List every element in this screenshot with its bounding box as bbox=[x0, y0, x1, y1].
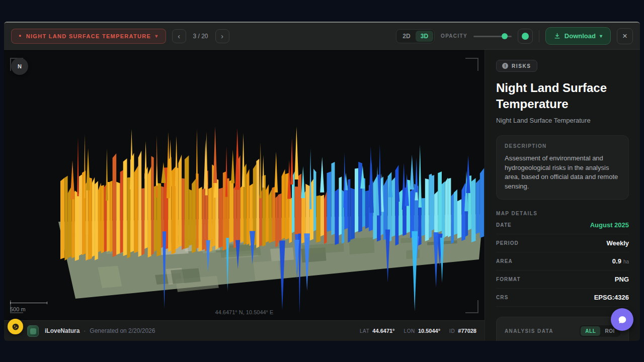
generated-timestamp: Generated on 2/20/2026 bbox=[90, 327, 155, 334]
opacity-slider-thumb[interactable] bbox=[502, 33, 508, 39]
brand-name: iLoveNatura bbox=[45, 327, 79, 334]
view-3d-button[interactable]: 3D bbox=[416, 31, 433, 42]
layer-dot-icon: ● bbox=[19, 34, 22, 38]
toolbar: ● NIGHT LAND SURFACE TEMPERATURE ▾ ‹ 3 /… bbox=[4, 23, 640, 50]
cookie-consent-button[interactable] bbox=[8, 319, 23, 334]
longitude-readout: LON 10.5044° bbox=[404, 328, 441, 334]
details-sidebar: ! RISKS Night Land Surface Temperature N… bbox=[485, 50, 640, 341]
description-heading: DESCRIPTION bbox=[505, 143, 620, 149]
download-label: Download bbox=[565, 32, 596, 40]
map-id-readout: ID #77028 bbox=[449, 328, 476, 334]
risks-badge: ! RISKS bbox=[496, 60, 537, 72]
next-layer-button[interactable]: › bbox=[215, 29, 229, 43]
view-2d-button[interactable]: 2D bbox=[397, 31, 415, 42]
layer-selector-button[interactable]: ● NIGHT LAND SURFACE TEMPERATURE ▾ bbox=[11, 29, 166, 44]
view-mode-toggle: 2D 3D bbox=[396, 29, 435, 43]
layer-title: Night Land Surface Temperature bbox=[496, 80, 629, 113]
analysis-data-card: ANALYSIS DATA ALL ROI MEAN 21,6°C bbox=[496, 317, 629, 341]
green-dot-icon bbox=[522, 33, 529, 40]
layer-color-toggle-button[interactable] bbox=[518, 29, 533, 44]
opacity-slider[interactable] bbox=[473, 33, 512, 40]
separator: · bbox=[84, 327, 86, 334]
chevron-down-icon: ▾ bbox=[600, 33, 602, 39]
status-bar: iLoveNatura · Generated on 2/20/2026 LAT… bbox=[4, 320, 485, 341]
layer-selector-label: NIGHT LAND SURFACE TEMPERATURE bbox=[26, 33, 151, 39]
detail-row-area: AREA 0.9ha bbox=[496, 252, 629, 270]
scalebar-line bbox=[10, 302, 47, 304]
analysis-data-heading: ANALYSIS DATA bbox=[505, 328, 553, 334]
chat-widget-button[interactable] bbox=[611, 308, 633, 331]
detail-row-period: PERIOD Weekly bbox=[496, 234, 629, 252]
area-unit: ha bbox=[623, 259, 629, 264]
download-button[interactable]: Download ▾ bbox=[545, 27, 611, 45]
map-details-heading: MAP DETAILS bbox=[496, 211, 629, 216]
risks-badge-label: RISKS bbox=[512, 63, 531, 69]
layer-subtitle: Night Land Surface Temperature bbox=[496, 117, 629, 124]
brand-logo bbox=[27, 325, 39, 337]
map-viewport[interactable]: N 500 m 44.6471° N, 10.5044° E bbox=[4, 50, 485, 320]
chat-bubble-icon bbox=[617, 315, 627, 325]
app-window: ● NIGHT LAND SURFACE TEMPERATURE ▾ ‹ 3 /… bbox=[4, 22, 640, 341]
detail-row-date: DATE August 2025 bbox=[496, 216, 629, 234]
latitude-readout: LAT 44.6471° bbox=[360, 328, 395, 334]
tab-all[interactable]: ALL bbox=[581, 326, 600, 336]
description-card: DESCRIPTION Assessment of environmental … bbox=[496, 135, 629, 200]
close-button[interactable]: × bbox=[617, 28, 633, 44]
compass-north-button[interactable]: N bbox=[11, 58, 28, 75]
opacity-label: OPACITY bbox=[441, 33, 467, 39]
detail-row-crs: CRS EPSG:4326 bbox=[496, 289, 629, 307]
download-icon bbox=[554, 33, 560, 39]
cookie-icon bbox=[11, 322, 20, 331]
prev-layer-button[interactable]: ‹ bbox=[172, 29, 186, 43]
viewport-corner-bracket bbox=[465, 58, 478, 71]
terrain-3d-visualization bbox=[4, 50, 485, 320]
chevron-down-icon: ▾ bbox=[155, 33, 158, 39]
description-text: Assessment of environmental and hydrogeo… bbox=[505, 154, 620, 192]
detail-row-format: FORMAT PNG bbox=[496, 270, 629, 289]
info-icon: ! bbox=[502, 63, 508, 69]
layer-pagination: 3 / 20 bbox=[193, 33, 208, 40]
toolbar-divider bbox=[539, 30, 539, 42]
map-center-coordinates: 44.6471° N, 10.5044° E bbox=[4, 309, 485, 315]
